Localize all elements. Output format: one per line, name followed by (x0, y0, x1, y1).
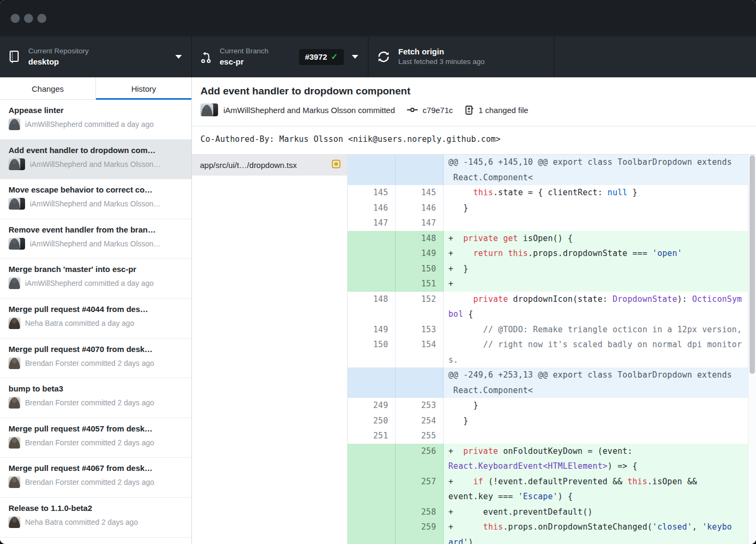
diff-old-line-number: 150 (348, 337, 396, 367)
avatar (9, 198, 20, 210)
commit-list-item[interactable]: Merge pull request #4070 from desk…Brend… (0, 339, 191, 379)
code-segment (448, 294, 473, 304)
code-segment: 'closed' (653, 522, 693, 532)
diff-new-line-number (396, 367, 444, 398)
commit-sha: c79e71c (423, 106, 453, 115)
commit-item-meta-text: iAmWillShepherd committed a day ago (25, 279, 154, 287)
diff-old-line-number (348, 276, 396, 292)
diff-new-line-number: 258 (396, 505, 444, 520)
commit-authors-text: iAmWillShepherd and Markus Olsson commit… (223, 106, 395, 115)
commit-item-meta-text: Brendan Forster committed 2 days ago (25, 359, 154, 367)
file-list-item[interactable]: app/src/ui/t…/dropdown.tsx (192, 155, 347, 175)
window-minimize-button[interactable] (24, 14, 33, 23)
commit-list-item[interactable]: Release to 1.1.0-beta2Neha Batra committ… (0, 498, 191, 538)
commit-list-item[interactable]: bump to beta3Brendan Forster committed 2… (0, 378, 191, 418)
commit-item-title: bump to beta3 (9, 384, 183, 393)
code-segment: { (463, 309, 473, 319)
diff-new-line-number: 151 (396, 276, 444, 292)
avatar (9, 158, 20, 170)
branch-switcher-button[interactable]: Current Branch esc-pr #3972✓ (192, 36, 368, 77)
diff-scrollbar[interactable] (748, 155, 756, 544)
code-segment: this (508, 249, 528, 258)
diff-code-line: + (444, 276, 748, 292)
repo-book-icon (9, 50, 20, 63)
current-repository-label: Current Repository (28, 46, 89, 57)
diff-new-line-number: 147 (396, 215, 444, 231)
code-segment: React.KeyboardEvent<HTMLElement> (448, 461, 608, 471)
tab-history[interactable]: History (96, 77, 191, 100)
diff-old-line-number (348, 231, 396, 246)
check-icon: ✓ (331, 52, 338, 62)
commit-item-meta-text: Neha Batra committed a day ago (25, 319, 134, 327)
commit-list-item[interactable]: Add event handler to dropdown com…iAmWil… (0, 140, 191, 180)
diff-line-row: 149+ return this.props.dropdownState ===… (348, 246, 748, 261)
code-segment (498, 234, 503, 243)
code-segment: this (483, 522, 503, 532)
commit-item-meta-text: Brendan Forster committed 2 days ago (25, 398, 154, 407)
tab-changes[interactable]: Changes (0, 77, 96, 100)
code-segment: 'Escape' (518, 492, 558, 501)
diff-code-line: + } (444, 261, 748, 277)
commit-item-title: Release to 1.1.0-beta2 (9, 503, 183, 513)
code-segment: dropdownIcon(state: (508, 294, 613, 304)
scrollbar-thumb[interactable] (750, 155, 755, 374)
code-segment: + } (448, 264, 468, 274)
diff-code-line: } (444, 413, 748, 429)
current-branch-label: Current Branch (220, 46, 269, 57)
diff-new-line-number (396, 155, 444, 185)
commit-author-avatars (200, 103, 218, 116)
code-segment (503, 249, 508, 258)
commit-list-item[interactable]: Merge pull request #4044 from des…Neha B… (0, 299, 191, 339)
diff-code-line: + event.preventDefault() (444, 505, 748, 520)
window-close-button[interactable] (11, 14, 20, 23)
window-zoom-button[interactable] (37, 14, 46, 23)
commit-list-item[interactable]: Remove event handler from the bran…iAmWi… (0, 219, 191, 259)
diff-line-row: 148152 private dropdownIcon(state: Dropd… (348, 292, 748, 322)
commit-item-meta-text: Brendan Forster committed 2 days ago (25, 438, 154, 447)
commit-item-meta-text: iAmWillShepherd and Markus Olsson… (30, 160, 161, 169)
commit-item-avatars (9, 476, 20, 488)
diff-old-line-number (348, 474, 396, 505)
avatar (9, 397, 20, 409)
code-segment: DropdownState (613, 294, 677, 304)
diff-code-line: // @TODO: Remake triangle octicon in a 1… (444, 322, 748, 338)
commit-list-item[interactable]: Merge pull request #4057 from desk…Brend… (0, 418, 191, 458)
code-segment: 'open' (653, 249, 682, 258)
sidebar: Changes History Appease linteriAmWillShe… (0, 77, 192, 544)
diff-code-line (444, 215, 748, 231)
commit-list-item[interactable]: Merge pull request #4067 from desk…Brend… (0, 458, 191, 498)
code-segment: (!event.defaultPrevented && (483, 477, 628, 486)
diff-old-line-number: 148 (348, 292, 396, 322)
diff-old-line-number (348, 261, 396, 277)
commit-list-item[interactable]: Move escape behavior to correct co…iAmWi… (0, 179, 191, 219)
code-segment: ): (677, 294, 692, 304)
avatar (9, 277, 20, 289)
code-segment: private (473, 294, 508, 304)
code-segment: + event.preventDefault() (448, 507, 593, 517)
commit-list-item[interactable]: Merge pull request #4071 from d… (0, 538, 191, 544)
commit-item-meta-text: iAmWillShepherd and Markus Olsson… (30, 239, 161, 248)
repository-switcher-button[interactable]: Current Repository desktop (0, 36, 192, 77)
avatar (9, 357, 20, 369)
fetch-origin-button[interactable]: Fetch origin Last fetched 3 minutes ago (368, 36, 554, 77)
commit-list-item[interactable]: Appease linteriAmWillShepherd committed … (0, 100, 191, 140)
diff-code-line: + if (!event.defaultPrevented && this.is… (444, 474, 748, 505)
code-segment: ) => { (608, 461, 638, 471)
code-segment: + (448, 249, 473, 258)
code-segment: } (448, 401, 478, 410)
code-segment: , (692, 522, 702, 532)
modified-file-icon (332, 159, 341, 170)
code-segment: private (463, 234, 498, 243)
commit-summary-header: Add event handler to dropdown component … (192, 77, 756, 126)
diff-line-row: 151+ (348, 276, 748, 292)
commit-item-avatars (9, 516, 20, 528)
commit-title: Add event handler to dropdown component (200, 85, 747, 98)
commit-item-meta-text: Brendan Forster committed 2 days ago (25, 478, 154, 486)
diff-line-row: 150154 // right now it's scaled badly on… (348, 337, 748, 367)
diff-new-line-number: 259 (396, 519, 444, 544)
commit-description: Co-Authored-By: Markus Olsson <niik@user… (192, 126, 756, 155)
diff-code-line: + return this.props.dropdownState === 'o… (444, 246, 748, 261)
avatar (9, 476, 20, 488)
code-segment: + (448, 522, 483, 532)
commit-list-item[interactable]: Merge branch 'master' into esc-priAmWill… (0, 259, 191, 299)
